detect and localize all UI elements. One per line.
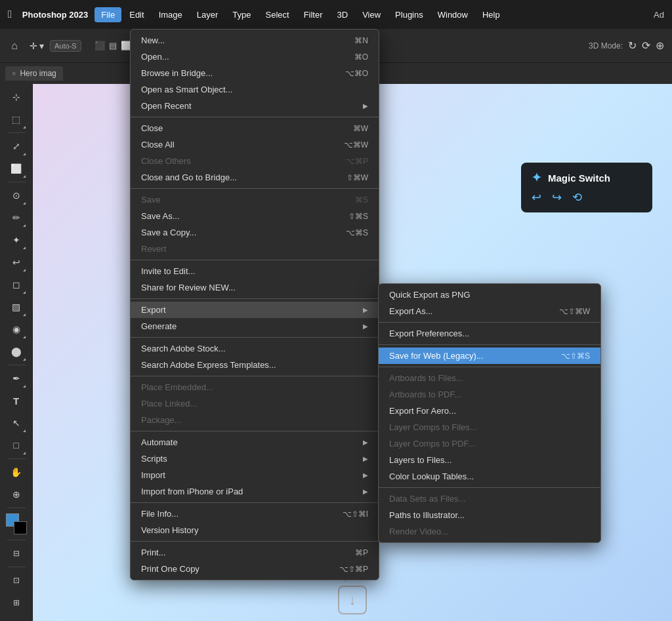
menu-file-info[interactable]: File Info... ⌥⇧⌘I xyxy=(131,506,379,522)
export-submenu[interactable]: Quick Export as PNG Export As... ⌥⇧⌘W Ex… xyxy=(378,283,601,543)
export-as[interactable]: Export As... ⌥⇧⌘W xyxy=(379,303,600,319)
menu-open-smart[interactable]: Open as Smart Object... xyxy=(131,81,379,98)
file-menu[interactable]: New... ⌘N Open... ⌘O Browse in Bridge...… xyxy=(130,29,379,580)
menu-share-review[interactable]: Share for Review NEW... xyxy=(131,279,379,296)
home-button[interactable]: ⌂ xyxy=(5,37,24,55)
pen-tool[interactable]: ✒ xyxy=(6,368,27,389)
history-brush[interactable]: ↩ xyxy=(6,252,27,273)
undo-icon[interactable]: ↩ xyxy=(532,190,541,205)
export-layer-comps-pdf: Layer Comps to PDF... xyxy=(379,435,600,452)
stamp-tool[interactable]: ✦ xyxy=(6,230,27,250)
menu-view[interactable]: View xyxy=(356,7,387,22)
export-preferences[interactable]: Export Preferences... xyxy=(379,325,600,342)
tool-sep-2 xyxy=(7,182,26,182)
type-tool[interactable]: T xyxy=(6,390,27,411)
menu-scripts[interactable]: Scripts xyxy=(131,451,379,467)
title-extra: Ad xyxy=(654,10,664,20)
transform3d-icon[interactable]: ⟳ xyxy=(642,39,650,52)
crop-tool[interactable]: ⤢ xyxy=(6,136,27,157)
menu-version-history[interactable]: Version History xyxy=(131,522,379,538)
app-name: Photoshop 2023 xyxy=(22,10,88,20)
menu-generate[interactable]: Generate xyxy=(131,318,379,334)
menu-window[interactable]: Window xyxy=(431,7,474,22)
menu-edit[interactable]: Edit xyxy=(123,7,150,22)
quick-mask-tool[interactable]: ⊟ xyxy=(6,543,27,564)
move-tool-btn[interactable]: ✛ ▾ xyxy=(28,37,46,55)
export-paths-illustrator[interactable]: Paths to Illustrator... xyxy=(379,507,600,523)
export-divider-2 xyxy=(379,344,600,345)
sync-icon[interactable]: ⟲ xyxy=(572,190,582,205)
menu-close-all[interactable]: Close All ⌥⌘W xyxy=(131,136,379,153)
menu-file[interactable]: File xyxy=(94,7,121,22)
align-left-icon[interactable]: ⬛ xyxy=(94,41,105,50)
menu-export[interactable]: Export xyxy=(131,302,379,318)
export-color-lookup[interactable]: Color Lookup Tables... xyxy=(379,468,600,485)
menu-close[interactable]: Close ⌘W xyxy=(131,120,379,136)
menu-plugins[interactable]: Plugins xyxy=(388,7,430,22)
menu-new[interactable]: New... ⌘N xyxy=(131,32,379,49)
path-select-tool[interactable]: ↖ xyxy=(6,412,27,433)
menu-save-as[interactable]: Save As... ⇧⌘S xyxy=(131,208,379,224)
menu-search-stock-label: Search Adobe Stock... xyxy=(141,344,226,353)
eraser-tool[interactable]: ◻ xyxy=(6,274,27,295)
menu-revert: Revert xyxy=(131,241,379,257)
tab-close-icon[interactable]: × xyxy=(12,70,16,77)
menu-save-label: Save xyxy=(141,195,161,205)
menu-open[interactable]: Open... ⌘O xyxy=(131,49,379,65)
rotate3d-icon[interactable]: ↻ xyxy=(628,39,637,52)
move-tool[interactable]: ⊹ xyxy=(6,87,27,108)
autosave-badge: Auto-S xyxy=(50,40,81,52)
arrow-down-area: ↓ xyxy=(338,586,367,614)
menu-filter[interactable]: Filter xyxy=(297,7,329,22)
selection-tool[interactable]: ⬚ xyxy=(6,109,27,130)
screen-mode-tool[interactable]: ⊡ xyxy=(6,570,27,591)
frame-tool[interactable]: ⬜ xyxy=(6,158,27,179)
menu-print-one-copy[interactable]: Print One Copy ⌥⇧⌘P xyxy=(131,561,379,577)
gradient-tool[interactable]: ▨ xyxy=(6,296,27,317)
menu-help[interactable]: Help xyxy=(476,7,507,22)
color-swatches[interactable] xyxy=(6,513,27,534)
export-layers-files[interactable]: Layers to Files... xyxy=(379,452,600,468)
menu-print[interactable]: Print... ⌘P xyxy=(131,544,379,561)
align-center-icon[interactable]: ▤ xyxy=(109,41,117,50)
menu-search-stock[interactable]: Search Adobe Stock... xyxy=(131,340,379,357)
menu-place-linked: Place Linked... xyxy=(131,395,379,412)
menu-search-express[interactable]: Search Adobe Express Templates... xyxy=(131,357,379,373)
export-artboards-files: Artboards to Files... xyxy=(379,370,600,386)
extra3d-icon[interactable]: ⊕ xyxy=(656,39,664,52)
menu-open-recent[interactable]: Open Recent xyxy=(131,98,379,114)
menu-scripts-label: Scripts xyxy=(141,454,167,464)
menu-new-label: New... xyxy=(141,35,165,45)
menu-close-bridge[interactable]: Close and Go to Bridge... ⇧⌘W xyxy=(131,169,379,186)
background-color[interactable] xyxy=(14,521,27,534)
brush-tool[interactable]: ✏ xyxy=(6,207,27,228)
menu-image[interactable]: Image xyxy=(152,7,189,22)
menu-select[interactable]: Select xyxy=(259,7,295,22)
menu-automate[interactable]: Automate xyxy=(131,434,379,451)
menu-layer[interactable]: Layer xyxy=(190,7,225,22)
menu-invite-edit[interactable]: Invite to Edit... xyxy=(131,263,379,279)
dodge-tool[interactable]: ⬤ xyxy=(6,341,27,362)
redo-icon[interactable]: ↪ xyxy=(552,190,562,205)
blur-tool[interactable]: ◉ xyxy=(6,319,27,340)
menu-import-label: Import xyxy=(141,470,165,480)
hand-tool[interactable]: ✋ xyxy=(6,462,27,483)
export-divider-4 xyxy=(379,487,600,488)
export-save-for-web[interactable]: Save for Web (Legacy)... ⌥⇧⌘S xyxy=(379,348,600,364)
export-aero[interactable]: Export For Aero... xyxy=(379,403,600,419)
spot-heal-tool[interactable]: ⊙ xyxy=(6,185,27,206)
menu-type[interactable]: Type xyxy=(226,7,257,22)
shape-tool[interactable]: □ xyxy=(6,435,27,456)
menu-3d[interactable]: 3D xyxy=(331,7,355,22)
download-icon[interactable]: ↓ xyxy=(338,586,367,614)
screen-mode2-tool[interactable]: ⊞ xyxy=(6,592,27,613)
menu-import[interactable]: Import xyxy=(131,467,379,483)
export-quick-png[interactable]: Quick Export as PNG xyxy=(379,287,600,303)
menu-save-as-shortcut: ⇧⌘S xyxy=(348,212,368,221)
tab-hero-image[interactable]: × Hero imag xyxy=(5,66,63,81)
menu-package-label: Package... xyxy=(141,415,181,425)
menu-browse-bridge[interactable]: Browse in Bridge... ⌥⌘O xyxy=(131,65,379,81)
menu-import-iphone[interactable]: Import from iPhone or iPad xyxy=(131,483,379,500)
zoom-tool[interactable]: ⊕ xyxy=(6,484,27,505)
menu-save-copy[interactable]: Save a Copy... ⌥⌘S xyxy=(131,224,379,241)
